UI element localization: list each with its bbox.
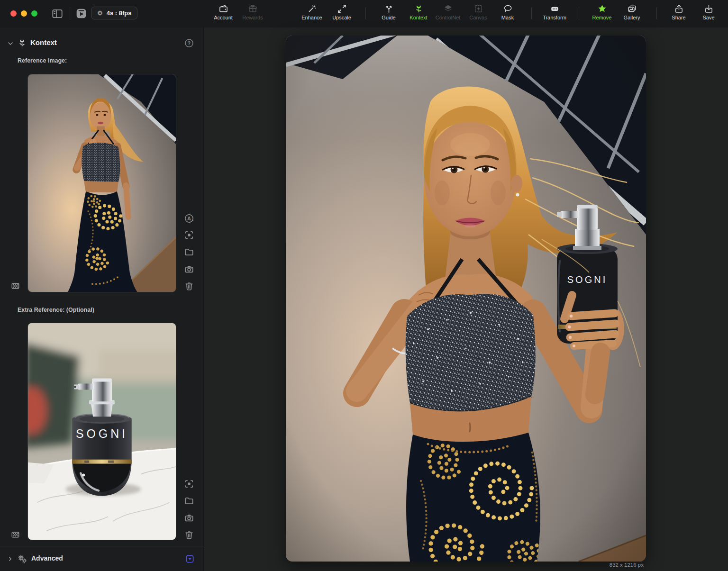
toolbar-item-share[interactable]: Share [664, 4, 694, 25]
magic-wand-icon [307, 4, 317, 14]
reference-image-label: Reference Image: [18, 57, 67, 64]
toolbar-separator [579, 7, 579, 19]
lasso-icon [503, 4, 513, 14]
toolbar-item-label: Canvas [469, 15, 487, 20]
star-icon [597, 4, 607, 14]
svg-text:?: ? [188, 40, 191, 46]
reference-image-thumbnail[interactable] [27, 74, 176, 292]
toolbar-item-label: Mask [501, 15, 514, 20]
branch-arrows-icon [384, 4, 394, 14]
advanced-section-toggle[interactable]: Advanced [0, 546, 204, 571]
flower-icon [17, 38, 27, 50]
trash-button[interactable] [184, 281, 194, 291]
gift-icon [248, 4, 258, 14]
sidebar-toggle-button[interactable] [51, 8, 64, 20]
folder-button[interactable] [184, 496, 194, 506]
camera-button[interactable] [184, 513, 194, 523]
toolbar-separator [531, 7, 532, 19]
center-frame-button[interactable] [184, 479, 194, 489]
toolbar-item-guide[interactable]: Guide [373, 4, 404, 25]
toolbar-item-label: Rewards [242, 15, 263, 20]
toolbar-item-label: ControlNet [436, 15, 461, 20]
image-dimensions-label: 832 x 1216 px [587, 562, 644, 568]
trash-button[interactable] [184, 530, 194, 540]
wallet-icon [218, 4, 228, 14]
toolbar-item-label: Enhance [301, 15, 322, 20]
chevron-down-icon[interactable] [7, 40, 14, 49]
toolbar-item-label: Share [672, 15, 685, 20]
toolbar-item-kontext[interactable]: Kontext [403, 4, 434, 25]
toolbar-item-label: Guide [382, 15, 395, 20]
toolbar-item-transform[interactable]: Transform [539, 4, 570, 25]
gear-icon: ⚙ [97, 10, 103, 16]
zoom-button[interactable] [31, 10, 37, 17]
auto-prompt-button[interactable]: A [184, 213, 194, 224]
canvas-image[interactable]: SOGNI [286, 36, 646, 562]
gears-icon [17, 553, 27, 566]
toolbar-item-enhance[interactable]: Enhance [297, 4, 327, 25]
toolbar-item-account[interactable]: Account [208, 4, 238, 25]
canvas-grid-icon [473, 4, 483, 14]
toolbar-item-save[interactable]: Save [693, 4, 724, 25]
advanced-label: Advanced [31, 554, 63, 562]
video-mode-button[interactable] [75, 7, 88, 20]
transparency-toggle-button[interactable] [10, 529, 20, 540]
svg-text:A: A [187, 216, 191, 221]
reference-photo-illustration [28, 74, 176, 292]
extra-reference-label: Extra Reference: (Optional) [18, 307, 94, 313]
minimize-button[interactable] [21, 10, 27, 17]
close-button[interactable] [10, 10, 17, 17]
help-button[interactable]: ? [184, 38, 194, 50]
chevron-right-icon [7, 555, 14, 564]
toolbar-item-label: Gallery [624, 15, 640, 20]
duration-fps-label: 4s : 8fps [107, 9, 132, 17]
extra-reference-bottle-label: SOGNI [76, 427, 128, 440]
duration-fps-button[interactable]: ⚙ 4s : 8fps [91, 7, 137, 19]
layers-icon [443, 4, 453, 14]
ellipsis-box-icon [550, 4, 560, 14]
toolbar-item-remove[interactable]: Remove [587, 4, 617, 25]
toolbar-item-label: Kontext [410, 15, 427, 20]
center-frame-button[interactable] [184, 230, 194, 240]
window-controls [10, 10, 37, 17]
extra-reference-thumbnail[interactable]: SOGNI [27, 323, 176, 540]
toolbar-separator [365, 7, 366, 19]
toolbar: ⚙ 4s : 8fps Account Rewards Enhance Upsc… [0, 0, 728, 27]
toolbar-item-gallery[interactable]: Gallery [617, 4, 647, 25]
resize-arrows-icon [337, 4, 347, 14]
generated-photo-illustration: SOGNI [286, 36, 646, 562]
extra-reference-photo-illustration: SOGNI [28, 323, 176, 540]
flower-icon [414, 4, 424, 14]
toolbar-item-label: Transform [543, 15, 566, 20]
toolbar-separator [656, 7, 657, 19]
toolbar-item-controlnet[interactable]: ControlNet [433, 4, 463, 25]
photos-icon [627, 4, 637, 14]
transparency-toggle-button[interactable] [10, 281, 20, 291]
toolbar-separator [70, 7, 70, 19]
toolbar-item-label: Account [214, 15, 233, 20]
toolbar-item-label: Save [702, 15, 714, 20]
advanced-dropdown-button[interactable] [186, 555, 194, 565]
camera-button[interactable] [184, 264, 194, 274]
share-up-icon [674, 4, 684, 14]
toolbar-item-label: Remove [592, 15, 612, 20]
panel-title: Kontext [30, 38, 57, 46]
toolbar-item-canvas[interactable]: Canvas [463, 4, 493, 25]
toolbar-item-mask[interactable]: Mask [492, 4, 523, 25]
toolbar-item-label: Upscale [332, 15, 351, 20]
kontext-sidebar: Kontext ? Reference Image: [0, 27, 204, 571]
toolbar-item-rewards[interactable]: Rewards [237, 4, 268, 25]
folder-button[interactable] [184, 247, 194, 257]
save-down-icon [704, 4, 714, 14]
toolbar-item-upscale[interactable]: Upscale [327, 4, 357, 25]
